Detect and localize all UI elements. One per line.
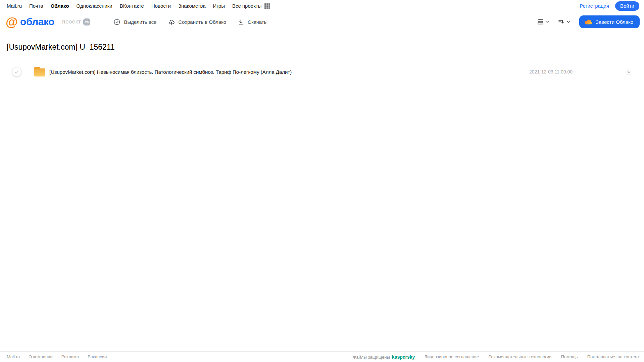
page-footer: Mail.ru О компании Реклама Вакансии Файл… <box>0 351 644 362</box>
auth-area: Регистрация Войти <box>580 1 639 11</box>
download-label: Скачать <box>248 19 266 25</box>
download-arrow-icon <box>626 68 632 75</box>
public-folder-view: [UsupovMarket.com] U_156211 [UsupovMarke… <box>0 33 644 351</box>
footer-link-mailru[interactable]: Mail.ru <box>7 354 20 359</box>
footer-right-links: Файлы защищены kaspersky Лицензионное со… <box>353 354 639 360</box>
apps-grid-icon[interactable] <box>264 3 270 9</box>
portal-link-dating[interactable]: Знакомства <box>178 3 206 9</box>
sort-button[interactable] <box>558 18 570 25</box>
cloud-icon <box>584 19 592 25</box>
portal-link-vkontakte[interactable]: ВКонтакте <box>120 3 144 9</box>
row-download-button[interactable] <box>626 68 632 75</box>
project-label: проект <box>62 18 81 25</box>
portal-link-mailru[interactable]: Mail.ru <box>7 3 22 9</box>
footer-link-license[interactable]: Лицензионное соглашение <box>424 354 479 359</box>
footer-link-recommendations[interactable]: Рекомендательные технологии <box>488 354 551 359</box>
portal-links: Mail.ru Почта Облако Одноклассники ВКонт… <box>7 3 270 9</box>
portal-link-games[interactable]: Игры <box>213 3 225 9</box>
file-name-link[interactable]: [UsupovMarket.com] Невыносимая близость.… <box>49 69 292 75</box>
save-to-cloud-label: Сохранить в Облако <box>179 19 227 25</box>
download-button[interactable]: Скачать <box>238 19 266 25</box>
protected-label: Файлы защищены <box>353 355 390 360</box>
view-mode-button[interactable] <box>537 18 550 25</box>
chevron-down-icon <box>566 20 570 23</box>
file-toolbar: Выделить все Сохранить в Облако Скачать <box>114 19 266 25</box>
cloud-logo-label: облако <box>20 16 54 28</box>
portal-link-odnoklassniki[interactable]: Одноклассники <box>77 3 112 9</box>
get-cloud-button[interactable]: Завести Облако <box>579 15 640 28</box>
portal-link-mail[interactable]: Почта <box>29 3 43 9</box>
select-all-button[interactable]: Выделить все <box>114 19 156 25</box>
footer-link-jobs[interactable]: Вакансии <box>88 354 107 359</box>
footer-link-about[interactable]: О компании <box>29 354 53 359</box>
kaspersky-logo[interactable]: kaspersky <box>392 354 415 360</box>
chevron-down-icon <box>546 20 550 23</box>
cloud-logo[interactable]: @ облако проект VK <box>6 16 90 28</box>
mailru-at-icon: @ <box>6 16 18 28</box>
portal-link-all-projects[interactable]: Все проекты <box>232 3 270 9</box>
footer-link-help[interactable]: Помощь <box>561 354 578 359</box>
portal-link-cloud[interactable]: Облако <box>51 3 69 9</box>
footer-link-ads[interactable]: Реклама <box>61 354 79 359</box>
get-cloud-label: Завести Облако <box>596 19 633 25</box>
portal-topnav: Mail.ru Почта Облако Одноклассники ВКонт… <box>0 0 644 11</box>
file-row[interactable]: [UsupovMarket.com] Невыносимая близость.… <box>0 64 644 80</box>
login-button[interactable]: Войти <box>615 1 639 11</box>
check-circle-icon <box>114 19 120 25</box>
portal-link-news[interactable]: Новости <box>151 3 171 9</box>
logo-divider <box>59 18 59 25</box>
list-view-icon <box>537 18 544 25</box>
check-icon <box>14 70 19 74</box>
footer-link-report[interactable]: Пожаловаться на контент <box>587 354 639 359</box>
registration-link[interactable]: Регистрация <box>580 3 609 9</box>
select-all-label: Выделить все <box>124 19 156 25</box>
all-projects-label: Все проекты <box>232 3 262 9</box>
folder-icon <box>34 66 46 77</box>
row-checkbox[interactable] <box>12 67 21 76</box>
save-to-cloud-button[interactable]: Сохранить в Облако <box>168 19 227 25</box>
page-title: [UsupovMarket.com] U_156211 <box>7 43 644 52</box>
footer-left-links: Mail.ru О компании Реклама Вакансии <box>7 354 107 359</box>
file-date: 2021-12-03 11:09:00 <box>529 69 573 74</box>
sort-icon <box>558 18 564 25</box>
vk-logo-icon: VK <box>83 18 90 25</box>
kaspersky-protection: Файлы защищены kaspersky <box>353 354 415 360</box>
view-controls: Завести Облако <box>537 15 640 28</box>
download-arrow-icon <box>238 19 244 25</box>
cloud-header: @ облако проект VK Выделить все Сохранит… <box>0 11 644 33</box>
cloud-upload-icon <box>168 19 175 25</box>
